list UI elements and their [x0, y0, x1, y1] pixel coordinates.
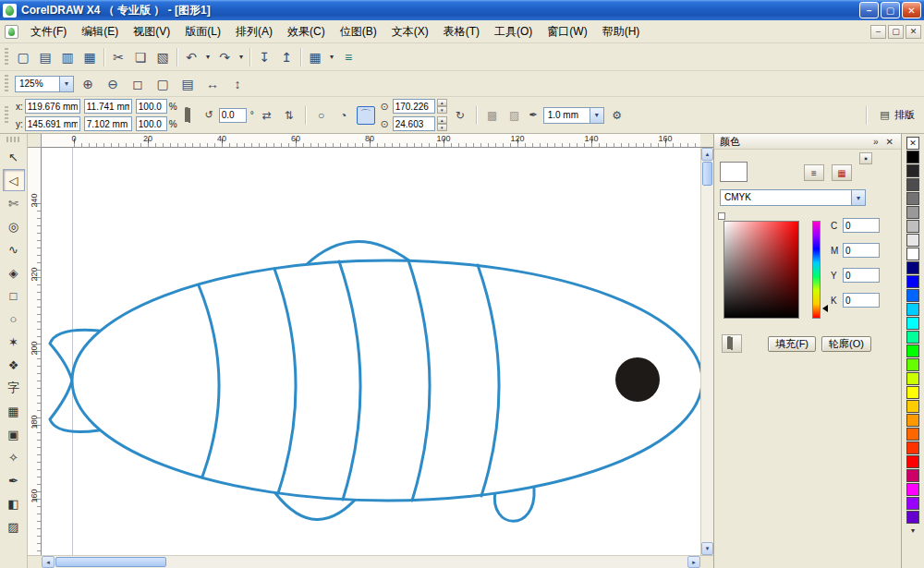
blend-tool[interactable]: ▣	[3, 423, 25, 445]
scale-v-field[interactable]	[136, 116, 167, 131]
mirror-horizontal-icon[interactable]: ⇄	[258, 106, 276, 125]
zoom-tool[interactable]: ◎	[3, 215, 25, 237]
snap-options-icon[interactable]: ≡	[337, 46, 359, 68]
zoom-all-objects-icon[interactable]: ▢	[152, 73, 174, 95]
settings-gear-icon[interactable]: ⚙	[608, 106, 626, 125]
menu-file[interactable]: 文件(F)	[23, 20, 74, 43]
menu-edit[interactable]: 编辑(E)	[74, 20, 126, 43]
zoom-page-height-icon[interactable]: ↕	[226, 73, 249, 95]
palette-swatch[interactable]	[906, 455, 919, 468]
print-icon[interactable]: ▦	[79, 46, 101, 68]
color-model-combo[interactable]: CMYK ▾	[720, 189, 866, 206]
docker-menu-icon[interactable]: ▪	[859, 152, 872, 164]
open-icon[interactable]: ▤	[34, 46, 56, 68]
palette-swatch[interactable]	[906, 164, 919, 177]
palette-swatch[interactable]	[906, 178, 919, 191]
cut-icon[interactable]: ✂	[107, 46, 129, 68]
lock-ratio-button[interactable]	[181, 106, 200, 125]
pick-tool[interactable]: ↖	[3, 146, 25, 168]
docker-close-icon[interactable]: ✕	[884, 137, 895, 147]
copy-icon[interactable]: ❏	[129, 46, 152, 68]
x-position-field[interactable]	[25, 99, 80, 114]
palette-scroll-down-icon[interactable]: ▾	[911, 526, 915, 535]
new-icon[interactable]: ▢	[12, 46, 34, 68]
arc-start-spinner[interactable]: ▴▾	[437, 99, 447, 114]
chevron-down-icon[interactable]: ▾	[590, 108, 603, 123]
basic-shapes-tool[interactable]: ❖	[3, 354, 25, 376]
menu-bitmaps[interactable]: 位图(B)	[333, 20, 384, 43]
arc-mode-icon[interactable]: ⌒	[357, 106, 375, 125]
eyedropper-tool[interactable]: ✧	[3, 446, 25, 468]
wrap-text-icon[interactable]: ▩	[483, 106, 502, 125]
fill-button[interactable]: 填充(F)	[768, 336, 816, 352]
palette-swatch[interactable]	[906, 303, 919, 316]
palette-swatch[interactable]	[906, 206, 919, 219]
palette-swatch[interactable]	[906, 483, 919, 496]
zoom-page-width-icon[interactable]: ↔	[201, 73, 224, 95]
chevron-down-icon[interactable]: ▾	[851, 190, 865, 205]
hue-marker-icon[interactable]	[822, 305, 828, 312]
palette-swatch[interactable]	[906, 234, 919, 247]
fish-body[interactable]	[72, 260, 700, 501]
crop-tool[interactable]: ✄	[3, 192, 25, 214]
channel-m-field[interactable]	[843, 243, 880, 258]
toolbox-grip[interactable]	[6, 137, 21, 142]
palette-swatch[interactable]	[906, 275, 919, 288]
palette-swatch[interactable]	[906, 248, 919, 260]
arc-end-angle-field[interactable]	[393, 116, 435, 131]
palette-swatch[interactable]	[906, 414, 919, 427]
chevron-down-icon[interactable]: ▾	[59, 77, 73, 91]
convert-to-curve-icon[interactable]: ▨	[505, 106, 524, 125]
drawing-canvas[interactable]	[42, 148, 700, 555]
palette-swatch[interactable]	[906, 428, 919, 441]
vertical-scroll-thumb[interactable]	[702, 162, 712, 186]
palette-swatch[interactable]	[906, 386, 919, 399]
toolbar-grip[interactable]	[5, 75, 8, 93]
palette-swatch[interactable]	[906, 289, 919, 302]
channel-y-field[interactable]	[843, 268, 880, 283]
channel-c-field[interactable]	[843, 218, 880, 233]
app-launcher-dropdown-icon[interactable]: ▾	[326, 46, 337, 68]
menu-effects[interactable]: 效果(C)	[280, 20, 333, 43]
vertical-ruler[interactable]: 240 220 200 180 160	[28, 148, 42, 555]
undo-dropdown-icon[interactable]: ▾	[202, 46, 213, 68]
docker-collapse-icon[interactable]: »	[871, 137, 881, 147]
scroll-track[interactable]	[701, 187, 713, 542]
app-launcher-icon[interactable]: ▦	[304, 46, 326, 68]
import-icon[interactable]: ↧	[253, 46, 275, 68]
palette-swatch[interactable]	[906, 400, 919, 413]
text-tool[interactable]: 字	[3, 377, 25, 399]
menu-text[interactable]: 文本(X)	[384, 20, 436, 43]
y-position-field[interactable]	[25, 116, 80, 131]
minimize-button[interactable]: –	[859, 2, 879, 18]
menu-table[interactable]: 表格(T)	[436, 20, 487, 43]
close-button[interactable]: ✕	[902, 2, 921, 18]
toolbar-grip[interactable]	[5, 48, 8, 66]
menu-view[interactable]: 视图(V)	[126, 20, 177, 43]
palette-swatch[interactable]	[906, 358, 919, 371]
palette-swatch[interactable]	[906, 151, 919, 163]
color-viewers-icon[interactable]: ≡	[804, 164, 824, 181]
polygon-tool[interactable]: ✶	[3, 331, 25, 353]
color-lock-button[interactable]	[722, 334, 742, 353]
paste-icon[interactable]: ▧	[152, 46, 174, 68]
arc-end-spinner[interactable]: ▴▾	[437, 116, 447, 131]
arc-start-angle-field[interactable]	[393, 99, 435, 114]
ellipse-tool[interactable]: ○	[3, 308, 25, 330]
outline-tool[interactable]: ✒	[3, 469, 25, 491]
object-width-field[interactable]	[84, 99, 132, 114]
ellipse-mode-icon[interactable]: ○	[312, 106, 331, 125]
zoom-out-icon[interactable]: ⊖	[102, 73, 124, 95]
color-field[interactable]	[723, 221, 799, 319]
scroll-track[interactable]	[167, 556, 687, 568]
menu-window[interactable]: 窗口(W)	[540, 20, 594, 43]
smart-fill-tool[interactable]: ◈	[3, 261, 25, 284]
palette-swatch[interactable]	[906, 372, 919, 385]
palette-swatch[interactable]	[906, 331, 919, 344]
palette-swatch[interactable]	[906, 192, 919, 205]
arc-direction-icon[interactable]: ↻	[451, 106, 469, 125]
restore-button[interactable]: ▢	[881, 2, 900, 18]
mirror-vertical-icon[interactable]: ⇅	[280, 106, 298, 125]
palette-swatch[interactable]	[906, 441, 919, 454]
ruler-corner[interactable]	[28, 134, 42, 148]
